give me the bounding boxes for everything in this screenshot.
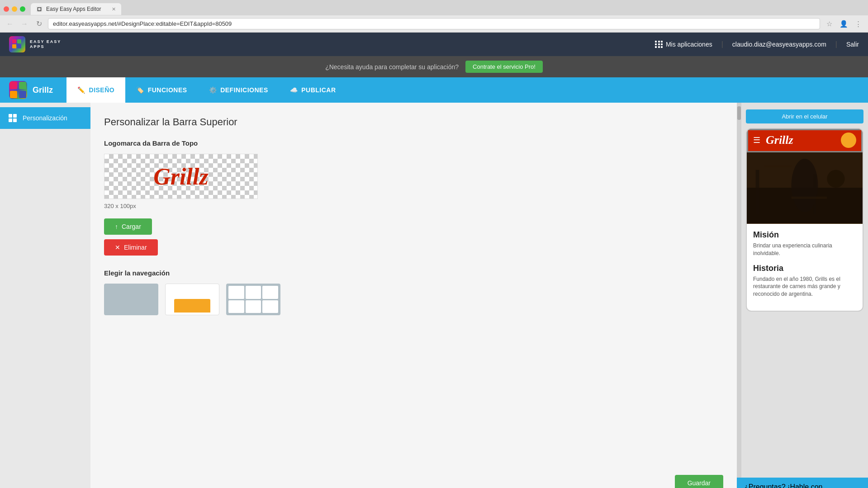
sidebar-item-label: Personalización bbox=[23, 114, 67, 122]
delete-button[interactable]: ✕ Eliminar bbox=[104, 239, 158, 256]
svg-rect-1 bbox=[17, 39, 21, 43]
traffic-lights bbox=[4, 6, 25, 12]
page-title: Personalizar la Barra Superior bbox=[104, 116, 723, 128]
my-apps-link[interactable]: Mis aplicaciones bbox=[655, 41, 712, 48]
promo-button[interactable]: Contrate el servicio Pro! bbox=[465, 61, 543, 73]
url-bar[interactable] bbox=[48, 18, 820, 29]
grid-icon bbox=[9, 114, 17, 122]
signout-label: Salir bbox=[846, 41, 859, 48]
close-window-button[interactable] bbox=[4, 6, 9, 12]
chat-widget-text: ¿Preguntas? ¡Hable con nosotros! bbox=[744, 483, 822, 488]
tab-diseno-label: DISEÑO bbox=[89, 86, 115, 94]
nav-section-label: Elegir la navegación bbox=[104, 269, 723, 277]
phone-hero-image bbox=[747, 152, 863, 224]
tab-definiciones-label: DEFINICIONES bbox=[220, 86, 268, 94]
upload-button[interactable]: ↑ Cargar bbox=[104, 218, 152, 235]
mission-text: Brindar una experiencia culinaria inolvi… bbox=[753, 242, 856, 257]
tab-title: Easy Easy Apps Editor bbox=[46, 6, 101, 12]
svg-rect-14 bbox=[791, 197, 827, 199]
tab-favicon: 🔲 bbox=[36, 6, 43, 12]
tab-funciones[interactable]: 🏷️ FUNCIONES bbox=[125, 77, 198, 103]
app-header: EASY EASY APPS Mis aplicaciones | claudi… bbox=[0, 33, 868, 56]
tab-funciones-icon: 🏷️ bbox=[136, 86, 144, 94]
browser-tab[interactable]: 🔲 Easy Easy Apps Editor ✕ bbox=[31, 3, 121, 15]
refresh-button[interactable]: ↻ bbox=[33, 19, 44, 29]
promo-bar: ¿Necesita ayuda para completar su aplica… bbox=[0, 56, 868, 77]
delete-label: Eliminar bbox=[124, 244, 147, 251]
svg-point-15 bbox=[827, 170, 844, 188]
phone-yellow-circle bbox=[841, 133, 856, 148]
menu-button[interactable]: ⋮ bbox=[853, 19, 863, 29]
bookmark-button[interactable]: ☆ bbox=[824, 19, 835, 29]
nav-style-2-inner bbox=[174, 299, 210, 313]
logo-size: 320 x 100px bbox=[104, 203, 723, 209]
svg-rect-6 bbox=[10, 91, 17, 98]
history-text: Fundado en el año 1980, Grills es el res… bbox=[753, 275, 856, 298]
sidebar-item-personalizacion[interactable]: Personalización bbox=[0, 107, 90, 129]
logo-icon bbox=[9, 36, 25, 52]
open-on-phone-button[interactable]: Abrir en el celular bbox=[746, 109, 863, 123]
tab-publicar[interactable]: ☁️ PUBLICAR bbox=[279, 77, 347, 103]
close-tab-button[interactable]: ✕ bbox=[112, 6, 116, 12]
hero-image-bg bbox=[747, 152, 863, 224]
app-name: Grillz bbox=[33, 85, 53, 95]
forward-button[interactable]: → bbox=[19, 19, 30, 29]
upload-label: Cargar bbox=[122, 223, 141, 230]
mission-title: Misión bbox=[753, 230, 856, 240]
phone-mockup: ☰ Grillz bbox=[746, 128, 863, 312]
new-tab-button[interactable] bbox=[125, 3, 141, 15]
maximize-window-button[interactable] bbox=[20, 6, 25, 12]
hamburger-icon[interactable]: ☰ bbox=[753, 135, 760, 145]
nav-bar: ← → ↻ ☆ 👤 ⋮ bbox=[0, 15, 868, 32]
nav-tabs: ✏️ DISEÑO 🏷️ FUNCIONES ⚙️ DEFINICIONES ☁… bbox=[66, 77, 347, 103]
app-icon bbox=[9, 81, 27, 99]
svg-rect-11 bbox=[764, 166, 791, 167]
logo-section-label: Logomarca da Barra de Topo bbox=[104, 139, 723, 147]
browser-chrome: 🔲 Easy Easy Apps Editor ✕ ← → ↻ ☆ 👤 ⋮ bbox=[0, 0, 868, 33]
preview-panel: ▼ Abrir en el celular ☰ Grillz bbox=[737, 103, 868, 488]
logo-preview-box: Grillz bbox=[104, 154, 258, 199]
tab-publicar-label: PUBLICAR bbox=[301, 86, 336, 94]
app-name-section: Grillz bbox=[9, 81, 53, 99]
personalizacion-icon bbox=[7, 113, 18, 123]
nav-separator: | bbox=[721, 40, 723, 48]
logo-line2: APPS bbox=[30, 44, 61, 49]
minimize-window-button[interactable] bbox=[12, 6, 17, 12]
svg-rect-3 bbox=[17, 44, 21, 48]
sidebar: Personalización bbox=[0, 103, 90, 488]
logo-preview-text: Grillz bbox=[153, 163, 208, 190]
nav-style-option-3[interactable] bbox=[226, 284, 280, 315]
my-apps-label: Mis aplicaciones bbox=[666, 41, 712, 48]
chat-text-line1: ¿Preguntas? ¡Hable con bbox=[744, 483, 822, 488]
logo-text: EASY EASY APPS bbox=[30, 39, 61, 49]
svg-rect-4 bbox=[10, 82, 17, 89]
delete-x-icon: ✕ bbox=[115, 244, 120, 251]
svg-rect-7 bbox=[19, 91, 26, 98]
tab-diseno-icon: ✏️ bbox=[77, 86, 85, 94]
content-area: Personalizar la Barra Superior Logomarca… bbox=[90, 103, 737, 488]
nav-style-option-2[interactable] bbox=[165, 284, 219, 315]
tab-publicar-icon: ☁️ bbox=[290, 86, 298, 94]
phone-app-header: ☰ Grillz bbox=[747, 129, 863, 152]
nav-separator2: | bbox=[835, 40, 837, 48]
save-button[interactable]: Guardar bbox=[675, 475, 723, 488]
logo-line1: EASY EASY bbox=[30, 39, 61, 44]
apps-grid-icon bbox=[655, 41, 663, 48]
tab-definiciones[interactable]: ⚙️ DEFINICIONES bbox=[198, 77, 279, 103]
chat-widget[interactable]: ¿Preguntas? ¡Hable con nosotros! ∧ bbox=[737, 478, 868, 488]
user-email: claudio.diaz@easyeasyapps.com bbox=[732, 41, 826, 48]
back-button[interactable]: ← bbox=[5, 19, 15, 29]
left-scrollbar-thumb bbox=[737, 106, 741, 120]
signout-link[interactable]: Salir bbox=[846, 41, 859, 48]
svg-rect-10 bbox=[756, 170, 759, 214]
app-nav: Grillz ✏️ DISEÑO 🏷️ FUNCIONES ⚙️ DEFINIC… bbox=[0, 77, 868, 103]
nav-style-option-1[interactable] bbox=[104, 284, 158, 315]
svg-rect-0 bbox=[12, 39, 16, 43]
promo-text: ¿Necesita ayuda para completar su aplica… bbox=[325, 63, 459, 71]
tab-bar: 🔲 Easy Easy Apps Editor ✕ bbox=[0, 0, 868, 15]
profile-button[interactable]: 👤 bbox=[838, 19, 849, 29]
tab-diseno[interactable]: ✏️ DISEÑO bbox=[66, 77, 125, 103]
svg-rect-2 bbox=[12, 44, 16, 48]
history-title: Historia bbox=[753, 264, 856, 273]
tab-definiciones-icon: ⚙️ bbox=[209, 86, 217, 94]
